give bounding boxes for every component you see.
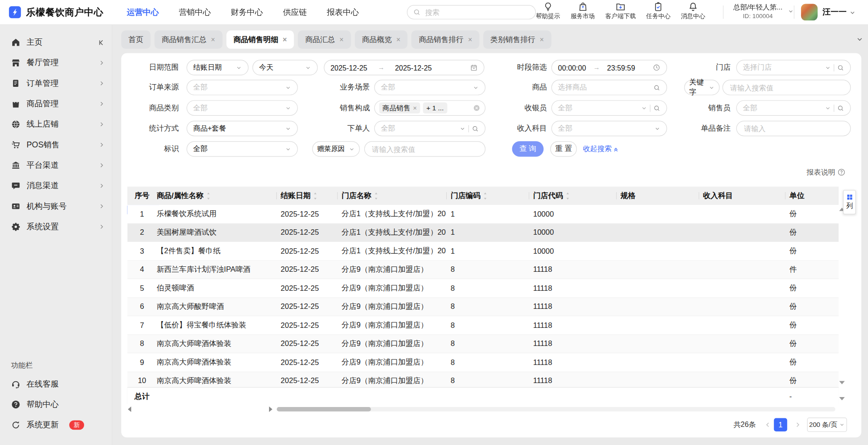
header-search[interactable] — [407, 5, 536, 19]
page-size-select[interactable]: 200 条/页 — [807, 417, 847, 432]
column-header-name[interactable]: 商品/属性名称 — [157, 187, 276, 205]
sidebar-item-pos-sales[interactable]: POS销售 — [0, 135, 112, 155]
sidebar-item-product[interactable]: 商品管理 — [0, 94, 112, 114]
nav-item-supply-chain[interactable]: 供应链 — [283, 7, 307, 17]
store-select[interactable]: 选择门店 — [736, 60, 851, 75]
org-selector[interactable]: 总部/年轻人第... ID: 100004 — [730, 3, 786, 19]
sidebar-item-restaurant[interactable]: 餐厅管理 — [0, 52, 112, 73]
keyword-search-field[interactable] — [722, 80, 851, 95]
orderer-select[interactable]: 全部 — [374, 121, 486, 136]
sidebar-collapse-icon[interactable] — [98, 38, 105, 46]
column-settings-button[interactable]: 列 — [843, 190, 856, 214]
quick-action-help-tips[interactable]: 帮助提示 — [536, 2, 560, 21]
collapse-search-link[interactable]: 收起搜索 — [583, 141, 619, 156]
nav-item-finance[interactable]: 财务中心 — [231, 7, 263, 17]
date-type-select[interactable]: 结账日期 — [187, 60, 249, 75]
sort-caret-icon[interactable] — [565, 192, 570, 199]
gift-search-input[interactable] — [371, 144, 479, 154]
date-preset-select[interactable]: 今天 — [252, 60, 317, 75]
search-input[interactable] — [424, 8, 530, 17]
cashier-select[interactable]: 全部 — [552, 100, 667, 116]
sales-composition-multiselect[interactable]: 商品销售× + 1 ... — [374, 100, 486, 116]
sidebar-item-online-service[interactable]: 在线客服 — [0, 374, 112, 394]
time-range-picker[interactable]: 00:00:00 → 23:59:59 — [552, 60, 667, 75]
sidebar-item-online-store[interactable]: 线上店铺 — [0, 114, 112, 134]
table-row[interactable]: 7【低价】得宝餐巾纸体验装2025-12-25分店9（南京浦口加盟店）81111… — [127, 316, 839, 335]
keyword-type-select[interactable]: 关键字 — [684, 80, 719, 95]
category-select[interactable]: 全部 — [187, 100, 298, 116]
sidebar-item-platform-channel[interactable]: 平台渠道 — [0, 155, 112, 175]
tab-product-sales-detail[interactable]: 商品销售明细 × — [226, 30, 294, 48]
sort-caret-icon[interactable] — [483, 192, 488, 199]
tab-close-icon[interactable]: × — [283, 36, 287, 43]
table-row[interactable]: 8南京高大师啤酒体验装2025-12-25分店9（南京浦口加盟店）811118份 — [127, 335, 839, 353]
quick-action-task-center[interactable]: 任务中心 — [646, 2, 670, 21]
column-header-store_id[interactable]: 门店代码 — [528, 187, 616, 205]
nav-item-reports[interactable]: 报表中心 — [327, 7, 359, 17]
quick-action-service-market[interactable]: 服务市场 — [571, 2, 595, 21]
column-header-date[interactable]: 结账日期 — [276, 187, 337, 205]
table-row[interactable]: 3【2件售卖】餐巾纸2025-12-25分店1（支持线上支付/加盟）201100… — [127, 242, 839, 260]
tab-product-summary[interactable]: 商品汇总 × — [298, 30, 351, 48]
sidebar-item-message-channel[interactable]: 消息渠道 — [0, 175, 112, 196]
chevron-down-icon[interactable] — [849, 9, 856, 16]
order-source-select[interactable]: 全部 — [187, 80, 298, 95]
tab-product-sales-rank[interactable]: 商品销售排行 × — [411, 30, 479, 48]
flag-select[interactable]: 全部 — [187, 141, 298, 156]
keyword-search-input[interactable] — [729, 83, 844, 92]
sidebar-item-help-center[interactable]: 帮助中心 — [0, 394, 112, 415]
pagination-next-button[interactable] — [792, 419, 804, 431]
tab-home[interactable]: 首页 — [121, 30, 151, 48]
query-button[interactable]: 查 询 — [512, 141, 544, 156]
product-select[interactable]: 选择商品 — [552, 80, 667, 95]
table-row[interactable]: 5伯灵顿啤酒2025-12-25分店9（南京浦口加盟店）811118份 — [127, 279, 839, 298]
quick-action-message-center[interactable]: 消息中心 — [681, 2, 705, 21]
hscroll-right-arrow[interactable] — [269, 407, 272, 412]
user-name[interactable]: 汪一一 — [823, 7, 847, 17]
hscroll-left-arrow[interactable] — [128, 407, 131, 412]
tab-product-sales-summary[interactable]: 商品销售汇总 × — [155, 30, 222, 48]
tab-product-overview[interactable]: 商品概览 × — [355, 30, 408, 48]
sort-caret-icon[interactable] — [374, 192, 379, 199]
item-remark-field[interactable] — [736, 121, 851, 136]
reset-button[interactable]: 重 置 — [550, 141, 577, 156]
tag-close-icon[interactable]: × — [413, 104, 417, 112]
tab-close-icon[interactable]: × — [468, 36, 472, 43]
table-row[interactable]: 10南京高大师啤酒体验装2025-12-25分店9（南京浦口加盟店）811118… — [127, 372, 839, 388]
gift-search-field[interactable] — [364, 141, 486, 156]
sidebar-item-order[interactable]: 订单管理 — [0, 73, 112, 94]
tab-close-icon[interactable]: × — [540, 36, 544, 43]
stat-method-select[interactable]: 商品+套餐 — [187, 121, 298, 136]
business-scene-select[interactable]: 全部 — [374, 80, 486, 95]
nav-item-marketing[interactable]: 营销中心 — [179, 7, 211, 17]
vscroll-down-arrow[interactable] — [839, 397, 844, 400]
quick-action-client-download[interactable]: 客户端下载 — [605, 2, 636, 21]
tab-category-sales-rank[interactable]: 类别销售排行 × — [483, 30, 551, 48]
sidebar-item-home[interactable]: 主页 — [0, 32, 112, 52]
sort-caret-icon[interactable] — [206, 192, 211, 199]
pagination-prev-button[interactable] — [762, 419, 774, 431]
table-row[interactable]: 6南京高大师酸野啤酒2025-12-25分店9（南京浦口加盟店）811118份 — [127, 298, 839, 316]
tabs-overflow-chevron-icon[interactable] — [856, 35, 863, 43]
tab-close-icon[interactable]: × — [396, 36, 400, 43]
sales-composition-tag[interactable]: 商品销售× — [379, 103, 420, 114]
table-row[interactable]: 1乐檬餐饮系统试用2025-12-25分店1（支持线上支付/加盟）2011000… — [127, 205, 839, 223]
report-help-link[interactable]: 报表说明 — [807, 167, 845, 177]
sidebar-item-system-update[interactable]: 系统更新 新 — [0, 415, 112, 435]
pagination-current-page[interactable]: 1 — [774, 418, 787, 431]
sidebar-item-org-account[interactable]: 机构与账号 — [0, 196, 112, 216]
tab-close-icon[interactable]: × — [211, 36, 215, 43]
sidebar-item-system-settings[interactable]: 系统设置 — [0, 217, 112, 237]
avatar[interactable] — [801, 4, 818, 21]
table-row[interactable]: 4新西兰车库计划浑浊IPA啤酒2025-12-25分店9（南京浦口加盟店）811… — [127, 260, 839, 279]
item-remark-input[interactable] — [743, 124, 844, 133]
column-header-store[interactable]: 门店名称 — [337, 187, 446, 205]
sort-caret-icon[interactable] — [313, 192, 318, 199]
salesperson-select[interactable]: 全部 — [736, 100, 851, 116]
column-header-store_code[interactable]: 门店编码 — [446, 187, 528, 205]
income-subject-select[interactable]: 全部 — [552, 121, 667, 136]
table-row[interactable]: 2美国树屋啤酒试饮2025-12-25分店1（支持线上支付/加盟）2011000… — [127, 223, 839, 242]
sales-composition-more-tag[interactable]: + 1 ... — [423, 103, 447, 114]
vscroll-down-arrow[interactable] — [839, 381, 844, 384]
table-row[interactable]: 9南京高大师啤酒体验装2025-12-25分店9（南京浦口加盟店）811118份 — [127, 353, 839, 372]
